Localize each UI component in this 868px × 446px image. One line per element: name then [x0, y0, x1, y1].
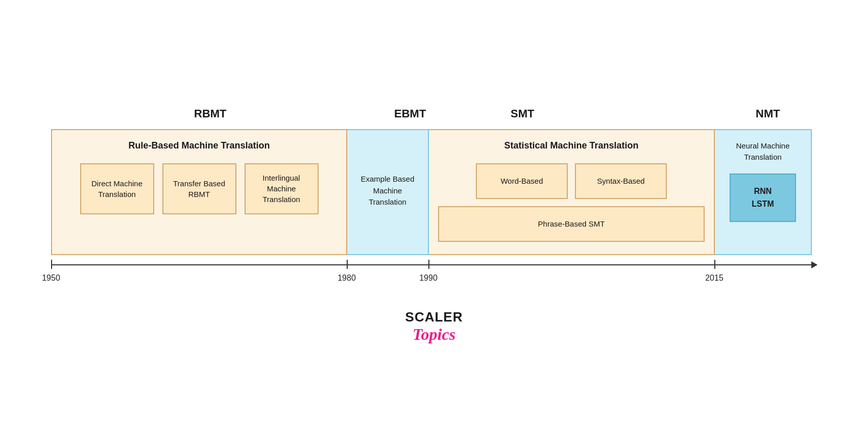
- sections-row: Rule-Based Machine Translation Direct Ma…: [51, 129, 817, 255]
- logo-scaler-text: SCALER: [405, 309, 463, 325]
- ebmt-text: Example Based Machine Translation: [353, 174, 422, 208]
- nmt-acronym: NMT: [756, 107, 780, 120]
- ebmt-acronym: EBMT: [394, 107, 426, 120]
- smt-acronym: SMT: [511, 107, 534, 120]
- smt-title: Statistical Machine Translation: [438, 140, 705, 151]
- smt-boxes: Word-Based Syntax-Based Phrase-Based SMT: [438, 163, 705, 242]
- logo: SCALER Topics: [405, 309, 463, 344]
- year-1950: 1950: [42, 274, 60, 283]
- phrase-based-box: Phrase-Based SMT: [438, 206, 705, 242]
- rnn-lstm-box: RNNLSTM: [730, 174, 796, 222]
- logo-topics-text: Topics: [405, 325, 463, 344]
- timeline-container: 1950 1980 1990 2015: [51, 255, 817, 289]
- tick-1950: [51, 260, 52, 269]
- tick-1990: [428, 260, 429, 269]
- word-based-box: Word-Based: [476, 163, 568, 199]
- nmt-text: Neural Machine Translation: [722, 140, 804, 163]
- syntax-based-box: Syntax-Based: [575, 163, 667, 199]
- acronym-row: RBMT EBMT SMT NMT: [51, 103, 817, 125]
- ebmt-section: Example Based Machine Translation: [347, 129, 429, 255]
- year-1990: 1990: [419, 274, 438, 283]
- timeline-line: [51, 255, 817, 274]
- direct-machine-translation-box: Direct Machine Translation: [80, 163, 154, 214]
- rbmt-section: Rule-Based Machine Translation Direct Ma…: [51, 129, 347, 255]
- smt-section: Statistical Machine Translation Word-Bas…: [429, 129, 715, 255]
- tick-2015: [714, 260, 715, 269]
- rbmt-title: Rule-Based Machine Translation: [61, 140, 337, 151]
- year-labels: 1950 1980 1990 2015: [51, 274, 817, 289]
- interlingual-box: Interlingual Machine Translation: [245, 163, 319, 214]
- transfer-based-box: Transfer Based RBMT: [162, 163, 236, 214]
- rbmt-boxes: Direct Machine Translation Transfer Base…: [61, 163, 337, 214]
- year-2015: 2015: [705, 274, 724, 283]
- diagram-container: RBMT EBMT SMT NMT Rule-Based Machine Tra…: [51, 103, 817, 344]
- year-1980: 1980: [337, 274, 356, 283]
- timeline-track: [51, 264, 817, 265]
- rbmt-acronym: RBMT: [194, 107, 227, 120]
- tick-1980: [347, 260, 348, 269]
- nmt-section: Neural Machine Translation RNNLSTM: [715, 129, 812, 255]
